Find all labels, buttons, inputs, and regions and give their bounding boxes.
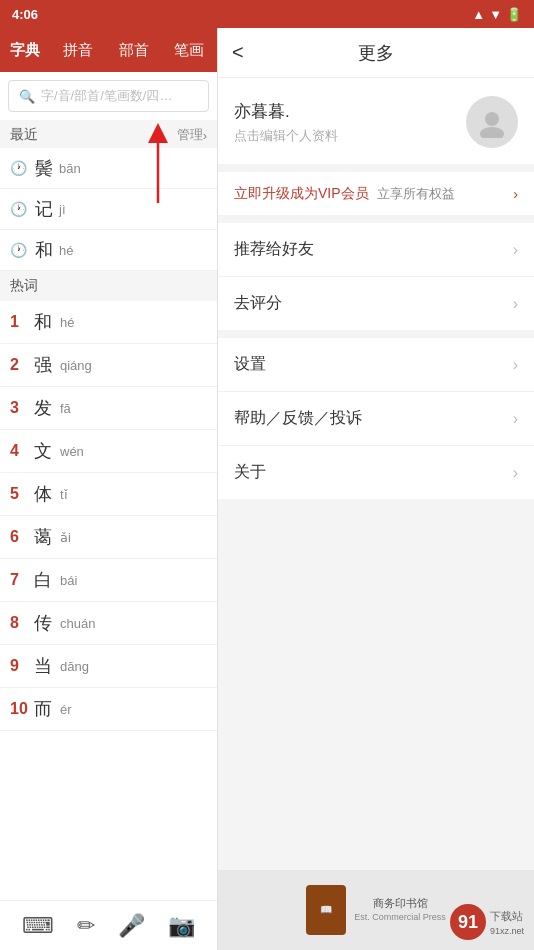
footer-logo-area: 📖 商务印书馆 Est. Commercial Press 91 下载站91xz… <box>218 870 534 950</box>
tab-bar: 字典 拼音 部首 笔画 <box>0 28 217 72</box>
keyboard-icon[interactable]: ⌨ <box>22 913 54 939</box>
status-bar: 4:06 ▲ ▼ 🔋 <box>0 0 534 28</box>
recent-item[interactable]: 🕐 鬓 bān <box>0 148 217 189</box>
clock-icon: 🕐 <box>10 160 27 176</box>
right-panel: < 更多 亦暮暮. 点击编辑个人资料 立即升级成为VIP会员 立享所有权益 › <box>218 28 534 950</box>
menu-arrow-icon: › <box>513 241 518 259</box>
hot-list: 1 和 hé 2 强 qiáng 3 发 fā 4 文 wén 5 体 <box>0 301 217 731</box>
recent-list: 🕐 鬓 bān 🕐 记 jì 🕐 和 hé <box>0 148 217 271</box>
hot-item[interactable]: 5 体 tǐ <box>0 473 217 516</box>
menu-arrow-icon: › <box>513 410 518 428</box>
page-title: 更多 <box>358 41 394 65</box>
recent-item[interactable]: 🕐 和 hé <box>0 230 217 271</box>
profile-section[interactable]: 亦暮暮. 点击编辑个人资料 <box>218 78 534 164</box>
search-icon: 🔍 <box>19 89 35 104</box>
search-placeholder: 字/音/部首/笔画数/四… <box>41 87 198 105</box>
left-panel: 字典 拼音 部首 笔画 🔍 字/音/部首/笔画数/四… 最近 管理 › <box>0 28 218 950</box>
profile-subtitle: 点击编辑个人资料 <box>234 127 338 145</box>
manage-arrow-icon: › <box>203 128 207 143</box>
mic-icon[interactable]: 🎤 <box>118 913 145 939</box>
bottom-toolbar: ⌨ ✏ 🎤 📷 <box>0 900 217 950</box>
vip-arrow-icon: › <box>513 186 518 202</box>
vip-text-group: 立即升级成为VIP会员 立享所有权益 <box>234 184 455 203</box>
hot-item[interactable]: 6 蔼 ǎi <box>0 516 217 559</box>
hot-section-header: 热词 <box>0 271 217 301</box>
menu-group-settings: 设置 › 帮助／反馈／投诉 › 关于 › <box>218 338 534 499</box>
menu-arrow-icon: › <box>513 464 518 482</box>
menu-group: 推荐给好友 › 去评分 › <box>218 223 534 330</box>
hot-item[interactable]: 2 强 qiáng <box>0 344 217 387</box>
manage-button[interactable]: 管理 › <box>177 126 207 144</box>
profile-info: 亦暮暮. 点击编辑个人资料 <box>234 100 338 145</box>
hot-item[interactable]: 3 发 fā <box>0 387 217 430</box>
profile-name: 亦暮暮. <box>234 100 338 123</box>
vip-banner[interactable]: 立即升级成为VIP会员 立享所有权益 › <box>218 172 534 215</box>
tab-bushou[interactable]: 部首 <box>106 28 162 72</box>
recent-header: 最近 管理 › <box>0 120 217 148</box>
battery-icon: 🔋 <box>506 7 522 22</box>
tab-bihua[interactable]: 笔画 <box>161 28 217 72</box>
right-header: < 更多 <box>218 28 534 78</box>
wifi-icon: ▼ <box>489 7 502 22</box>
svg-point-2 <box>480 127 504 138</box>
time-display: 4:06 <box>12 7 38 22</box>
pencil-icon[interactable]: ✏ <box>77 913 95 939</box>
status-icons: ▲ ▼ 🔋 <box>472 7 522 22</box>
clock-icon: 🕐 <box>10 242 27 258</box>
hot-item[interactable]: 10 而 ér <box>0 688 217 731</box>
menu-item-about[interactable]: 关于 › <box>218 446 534 499</box>
publisher-name: 商务印书馆 <box>354 896 446 911</box>
svg-point-1 <box>485 112 499 126</box>
hot-item[interactable]: 7 白 bái <box>0 559 217 602</box>
hot-item[interactable]: 4 文 wén <box>0 430 217 473</box>
avatar[interactable] <box>466 96 518 148</box>
vip-sub-text: 立享所有权益 <box>377 186 455 201</box>
menu-arrow-icon: › <box>513 295 518 313</box>
menu-item-recommend[interactable]: 推荐给好友 › <box>218 223 534 277</box>
hot-item[interactable]: 1 和 hé <box>0 301 217 344</box>
vip-main-text: 立即升级成为VIP会员 <box>234 185 369 201</box>
main-layout: 字典 拼音 部首 笔画 🔍 字/音/部首/笔画数/四… 最近 管理 › <box>0 28 534 950</box>
menu-item-help[interactable]: 帮助／反馈／投诉 › <box>218 392 534 446</box>
menu-item-settings[interactable]: 设置 › <box>218 338 534 392</box>
menu-item-rate[interactable]: 去评分 › <box>218 277 534 330</box>
recent-label: 最近 <box>10 126 38 144</box>
network-icon: ▲ <box>472 7 485 22</box>
dict-tab[interactable]: 字典 <box>0 28 50 72</box>
back-button[interactable]: < <box>232 41 244 64</box>
search-box[interactable]: 🔍 字/音/部首/笔画数/四… <box>8 80 209 112</box>
camera-icon[interactable]: 📷 <box>168 913 195 939</box>
hot-item[interactable]: 8 传 chuán <box>0 602 217 645</box>
menu-arrow-icon: › <box>513 356 518 374</box>
hot-item[interactable]: 9 当 dāng <box>0 645 217 688</box>
recent-item[interactable]: 🕐 记 jì <box>0 189 217 230</box>
watermark: 91 下载站91xz.net <box>450 904 524 940</box>
publisher-logo: 📖 商务印书馆 Est. Commercial Press <box>306 885 446 935</box>
publisher-sub: Est. Commercial Press <box>354 911 446 924</box>
tab-pinyin[interactable]: 拼音 <box>50 28 106 72</box>
clock-icon: 🕐 <box>10 201 27 217</box>
